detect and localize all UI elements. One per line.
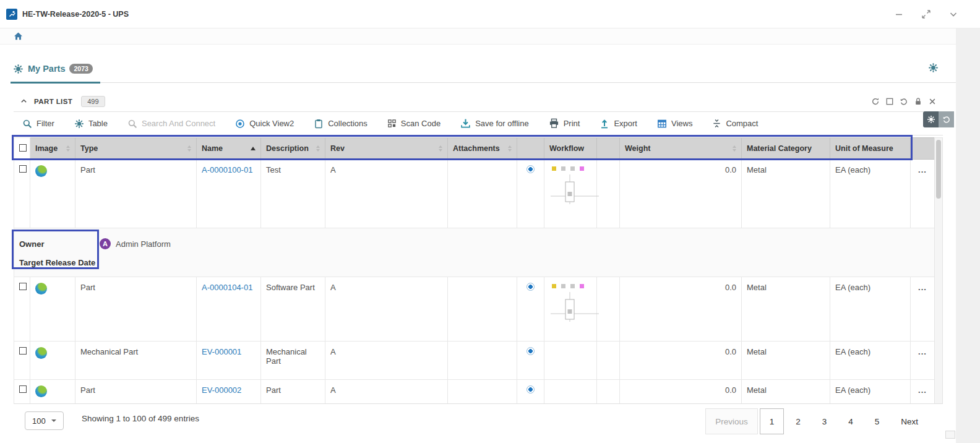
page-button-1[interactable]: 1	[760, 408, 784, 434]
page-button-4[interactable]: 4	[838, 408, 863, 434]
row-checkbox[interactable]	[19, 165, 27, 173]
print-button[interactable]: Print	[549, 118, 580, 129]
page-button-5[interactable]: 5	[865, 408, 890, 434]
select-all-checkbox[interactable]	[19, 144, 27, 152]
column-header-unit-of-measure[interactable]: Unit of Measure	[830, 138, 911, 160]
cell-rev: A	[325, 277, 448, 342]
column-header-image[interactable]: Image	[30, 138, 75, 160]
column-header-material-category[interactable]: Material Category	[742, 138, 830, 160]
page-button-2[interactable]: 2	[786, 408, 810, 434]
workflow-radio[interactable]	[527, 165, 535, 173]
undo-icon[interactable]	[900, 97, 908, 106]
expanded-detail-row: Owner A Admin Platform Target Release Da…	[14, 228, 935, 277]
parts-table: Image Type Name Description Rev Attachme…	[14, 137, 935, 408]
column-header-weight[interactable]: Weight	[620, 138, 742, 160]
expand-icon[interactable]	[921, 9, 932, 20]
table-button[interactable]: Table	[74, 119, 108, 129]
row-actions-button[interactable]: ...	[918, 165, 927, 174]
column-header-workflow[interactable]: Workflow	[544, 138, 597, 160]
filter-button[interactable]: Filter	[22, 119, 54, 129]
close-icon[interactable]	[928, 97, 937, 106]
cell-workflow	[544, 160, 597, 228]
cell-attachments	[448, 160, 517, 228]
compact-button[interactable]: Compact	[712, 119, 758, 128]
cell-workflow	[544, 342, 597, 380]
cell-material-category: Metal	[742, 342, 830, 380]
sort-ascending-icon	[251, 147, 256, 150]
refresh-icon[interactable]	[871, 97, 880, 106]
tab-count-badge: 2073	[69, 64, 92, 74]
previous-page-button[interactable]: Previous	[705, 408, 758, 434]
column-header-actions	[911, 138, 935, 160]
quick-view2-button[interactable]: Quick View2	[235, 119, 294, 129]
next-page-button[interactable]: Next	[891, 408, 928, 434]
column-header-spacer	[517, 138, 544, 160]
column-header-description[interactable]: Description	[261, 138, 325, 160]
column-header-attachments[interactable]: Attachments	[448, 138, 517, 160]
tab-my-parts[interactable]: My Parts 2073	[11, 54, 100, 83]
tab-settings-gear-icon[interactable]	[928, 62, 939, 73]
gear-icon	[74, 119, 84, 129]
column-header-spacer	[597, 138, 620, 160]
cell-weight: 0.0	[620, 342, 742, 380]
cell-rev: A	[325, 342, 448, 380]
row-checkbox[interactable]	[19, 283, 27, 290]
scrollbar-corner[interactable]	[945, 431, 955, 439]
workflow-radio[interactable]	[527, 347, 535, 355]
undo-icon[interactable]	[939, 111, 954, 127]
part-thumbnail-icon	[35, 385, 47, 397]
scan-code-button[interactable]: Scan Code	[387, 119, 441, 128]
cell-description: Test	[261, 160, 325, 228]
cell-material-category: Metal	[742, 277, 830, 342]
search-and-connect-button[interactable]: Search And Connect	[127, 119, 215, 129]
part-thumbnail-icon	[35, 283, 47, 295]
workflow-radio[interactable]	[527, 385, 535, 394]
cell-description: Software Part	[261, 277, 325, 342]
row-actions-button[interactable]: ...	[918, 347, 927, 356]
row-checkbox[interactable]	[19, 347, 27, 355]
part-name-link[interactable]: A-0000104-01	[202, 283, 252, 292]
pagination: Previous 1 2 3 4 5 Next	[703, 408, 928, 434]
chevron-down-icon[interactable]	[948, 9, 959, 20]
row-actions-button[interactable]: ...	[918, 283, 927, 292]
export-button[interactable]: Export	[600, 119, 637, 129]
grid-icon	[657, 119, 667, 129]
page-gutter	[956, 28, 980, 443]
row-checkbox[interactable]	[19, 385, 27, 393]
lock-icon[interactable]	[914, 97, 922, 106]
page-button-3[interactable]: 3	[812, 408, 837, 434]
cell-rev: A	[325, 160, 448, 228]
table-footer: 100 Showing 1 to 100 of 499 entries Prev…	[14, 403, 943, 442]
cell-type: Mechanical Part	[75, 342, 197, 380]
collections-button[interactable]: Collections	[314, 119, 368, 129]
cell-weight: 0.0	[620, 160, 742, 228]
panel-count-badge: 499	[81, 96, 105, 107]
column-header-name[interactable]: Name	[197, 138, 261, 160]
panel-title: PART LIST	[34, 98, 72, 105]
home-icon[interactable]	[14, 32, 23, 41]
cell-unit-of-measure: EA (each)	[830, 342, 911, 380]
workflow-diagram-icon	[549, 291, 602, 327]
gear-icon[interactable]	[923, 111, 939, 127]
scrollbar-thumb[interactable]	[936, 140, 941, 199]
part-name-link[interactable]: EV-000002	[202, 385, 241, 395]
cell-attachments	[448, 342, 517, 380]
save-for-offline-button[interactable]: Save for offline	[460, 118, 528, 129]
views-button[interactable]: Views	[657, 119, 692, 129]
clipboard-icon	[314, 119, 324, 129]
part-name-link[interactable]: EV-000001	[202, 347, 241, 356]
row-actions-button[interactable]: ...	[918, 385, 927, 395]
column-header-rev[interactable]: Rev	[325, 138, 448, 160]
table-header-row: Image Type Name Description Rev Attachme…	[14, 138, 935, 160]
export-arrow-icon	[600, 119, 609, 129]
part-name-link[interactable]: A-0000100-01	[202, 165, 252, 174]
table-scrollbar[interactable]	[934, 137, 943, 404]
table-row: Part A-0000100-01 Test A 0.0 Metal EA (e…	[14, 160, 935, 228]
collapse-chevron-icon[interactable]	[20, 97, 28, 105]
workflow-radio[interactable]	[527, 283, 535, 291]
window-title: HE-TW-Release-2020-5 - UPS	[22, 10, 129, 19]
popout-window-icon[interactable]	[885, 97, 894, 106]
page-size-select[interactable]: 100	[25, 411, 64, 430]
minimize-icon[interactable]	[893, 9, 905, 20]
column-header-type[interactable]: Type	[75, 138, 197, 160]
